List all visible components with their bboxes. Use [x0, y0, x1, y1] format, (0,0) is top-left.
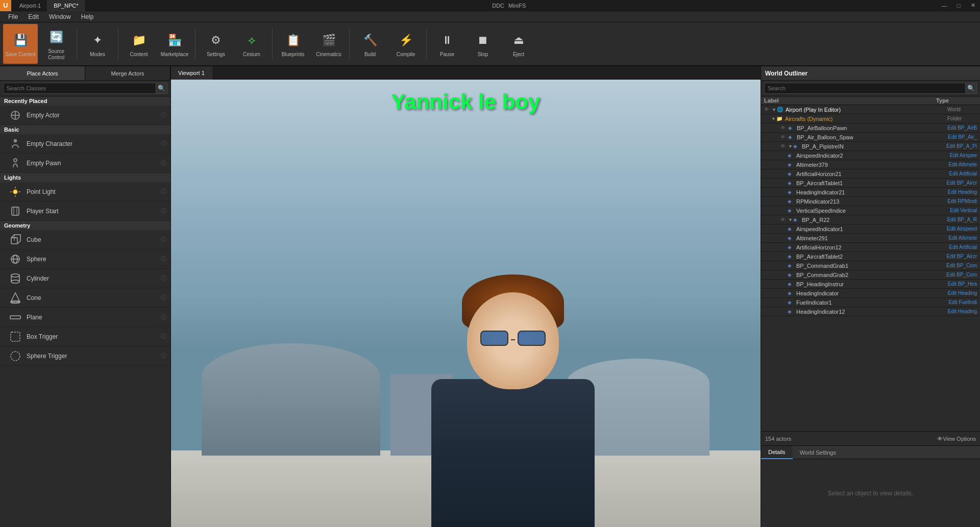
- player-start-info: ⓘ: [161, 207, 166, 215]
- title-tab-bp-npc[interactable]: BP_NPC*: [47, 0, 85, 11]
- outliner-search-input[interactable]: [764, 83, 966, 94]
- actor-plane[interactable]: Plane ⓘ: [0, 308, 170, 327]
- actor-box-trigger[interactable]: Box Trigger ⓘ: [0, 327, 170, 346]
- place-actors-tab[interactable]: Place Actors: [0, 66, 85, 80]
- outliner-item-airspeedindicator1[interactable]: ◈ AirspeedIndicator1 Edit Airspeed: [761, 224, 980, 234]
- actor-cube[interactable]: Cube ⓘ: [0, 230, 170, 249]
- actor-player-start[interactable]: Player Start ⓘ: [0, 202, 170, 221]
- edit-link[interactable]: Edit Altimete: [948, 235, 977, 241]
- outliner-item-artificialhorizon12[interactable]: ◈ ArtificialHorizon12 Edit Artificial: [761, 243, 980, 252]
- maximize-button[interactable]: □: [951, 0, 966, 11]
- content-button[interactable]: 📁 Content: [121, 24, 156, 64]
- edit-link[interactable]: Edit Altimete: [948, 162, 977, 167]
- actor-empty-character[interactable]: Empty Character ⓘ: [0, 134, 170, 154]
- edit-link[interactable]: Edit RPMindi: [947, 198, 977, 204]
- edit-link[interactable]: Edit BP_A_R: [947, 217, 977, 222]
- actor-sphere[interactable]: Sphere ⓘ: [0, 249, 170, 269]
- merge-actors-tab[interactable]: Merge Actors: [85, 66, 170, 80]
- viewport[interactable]: Yannick le boy: [171, 80, 761, 527]
- edit-link[interactable]: Edit BP_Air_: [948, 134, 977, 140]
- outliner-item-bp-headinginstrur[interactable]: ◈ BP_HeadingInstrur Edit BP_Hea: [761, 280, 980, 289]
- stop-button[interactable]: ⏹ Stop: [465, 24, 500, 64]
- view-options-button[interactable]: 👁 View Options: [937, 436, 976, 442]
- build-button[interactable]: 🔨 Build: [353, 24, 387, 64]
- actor-icon: ◈: [788, 134, 795, 140]
- world-settings-tab[interactable]: World Settings: [793, 446, 843, 459]
- outliner-item-artificialhorizon21[interactable]: ◈ ArtificialHorizon21 Edit Artificial: [761, 169, 980, 179]
- category-lights[interactable]: Lights: [0, 173, 170, 182]
- outliner-item-headingindicator12[interactable]: ◈ HeadingIndicator12 Edit Heading: [761, 307, 980, 316]
- edit-link[interactable]: Edit Vertical: [950, 208, 977, 213]
- edit-link[interactable]: Edit BP_A_Pi: [946, 143, 977, 149]
- edit-link[interactable]: Edit BP_Aircr: [947, 254, 977, 259]
- edit-link[interactable]: Edit Artificial: [949, 244, 977, 250]
- outliner-item-air-balloon-spaw[interactable]: 👁 ◈ BP_Air_Balloon_Spaw Edit BP_Air_: [761, 133, 980, 142]
- outliner-item-altimeter379[interactable]: ◈ Altimeter379 Edit Altimete: [761, 160, 980, 169]
- modes-button[interactable]: ✦ Modes: [80, 24, 115, 64]
- outliner-item-aircrafts[interactable]: ▼ 📁 Aircrafts (Dynamic) Folder: [761, 114, 980, 123]
- menu-help[interactable]: Help: [76, 11, 99, 22]
- outliner-item-headingindicator[interactable]: ◈ HeadingIndicator Edit Heading: [761, 289, 980, 298]
- outliner-item-airballoonpawn[interactable]: 👁 ◈ BP_AirBalloonPawn Edit BP_AirB: [761, 123, 980, 133]
- details-tab[interactable]: Details: [761, 446, 793, 459]
- search-classes-button[interactable]: 🔍: [156, 83, 167, 94]
- actor-point-light[interactable]: Point Light ⓘ: [0, 182, 170, 202]
- edit-link[interactable]: Edit FuelIndi: [948, 299, 977, 305]
- outliner-item-rpmindicator213[interactable]: ◈ RPMindicator213 Edit RPMindi: [761, 197, 980, 206]
- edit-link[interactable]: Edit BP_AirB: [947, 125, 977, 131]
- pause-button[interactable]: ⏸ Pause: [430, 24, 464, 64]
- blueprints-button[interactable]: 📋 Blueprints: [276, 24, 310, 64]
- marketplace-button[interactable]: 🏪 Marketplace: [157, 24, 192, 64]
- outliner-item-airspeedindicator2[interactable]: ◈ AirspeedIndicator2 Edit Airspee: [761, 151, 980, 160]
- edit-link[interactable]: Edit BP_Hea: [948, 281, 977, 287]
- edit-link[interactable]: Edit Heading: [948, 290, 977, 296]
- eject-button[interactable]: ⏏ Eject: [501, 24, 536, 64]
- menu-window[interactable]: Window: [44, 11, 76, 22]
- close-button[interactable]: ✕: [966, 0, 980, 11]
- outliner-item-bp-aircrafttablet1[interactable]: ◈ BP_AircraftTablet1 Edit BP_Aircr: [761, 179, 980, 188]
- edit-link[interactable]: Edit Airspeed: [947, 226, 977, 232]
- source-control-button[interactable]: 🔄 Source Control: [39, 24, 74, 64]
- outliner-item-bp-a-r22[interactable]: 👁 ▼ ◈ BP_A_R22 Edit BP_A_R: [761, 215, 980, 224]
- edit-link[interactable]: Edit BP_Com: [946, 263, 977, 268]
- toolbar-separator-1: [77, 29, 77, 59]
- compile-button[interactable]: ⚡ Compile: [388, 24, 423, 64]
- outliner-item-pipistreln[interactable]: 👁 ▼ ◈ BP_A_PipistreIN Edit BP_A_Pi: [761, 142, 980, 151]
- edit-link[interactable]: Edit Heading: [948, 309, 977, 314]
- edit-link[interactable]: Edit Airspee: [950, 153, 977, 158]
- outliner-search-icon[interactable]: 🔍: [966, 83, 977, 94]
- expand-arrow: ▼: [772, 107, 777, 112]
- outliner-item-fuelindicator1[interactable]: ◈ FuelIndicator1 Edit FuelIndi: [761, 298, 980, 307]
- outliner-item-bp-commandgrab1[interactable]: ◈ BP_CommandGrab1 Edit BP_Com: [761, 261, 980, 270]
- menu-edit[interactable]: Edit: [23, 11, 44, 22]
- category-geometry[interactable]: Geometry: [0, 221, 170, 230]
- menu-file[interactable]: File: [3, 11, 23, 22]
- actor-cone[interactable]: Cone ⓘ: [0, 288, 170, 308]
- category-recently-placed[interactable]: Recently Placed: [0, 96, 170, 106]
- actor-sphere-trigger[interactable]: Sphere Trigger ⓘ: [0, 346, 170, 366]
- actor-cylinder[interactable]: Cylinder ⓘ: [0, 269, 170, 288]
- minifs-label: MiniFS: [508, 3, 526, 9]
- edit-link[interactable]: Edit Heading: [948, 189, 977, 195]
- settings-button[interactable]: ⚙ Settings: [199, 24, 233, 64]
- edit-link[interactable]: Edit BP_Aircr: [947, 180, 977, 186]
- cinematics-button[interactable]: 🎬 Cinematics: [311, 24, 346, 64]
- search-classes-input[interactable]: [3, 83, 156, 94]
- outliner-item-verticalspeedindice[interactable]: ◈ VerticalSpeedIndice Edit Vertical: [761, 206, 980, 215]
- title-tab-airport[interactable]: Airport-1: [13, 0, 47, 11]
- outliner-item-altimeter291[interactable]: ◈ Altimeter291 Edit Altimete: [761, 234, 980, 243]
- cesium-button[interactable]: ⟡ Cesium: [234, 24, 269, 64]
- actor-empty-actor[interactable]: Empty Actor ⓘ: [0, 106, 170, 125]
- outliner-item-airport[interactable]: 👁 ▼ 🌐 Airport (Play In Editor) World: [761, 105, 980, 114]
- edit-link[interactable]: Edit BP_Com: [946, 272, 977, 278]
- actor-empty-pawn[interactable]: Empty Pawn ⓘ: [0, 154, 170, 173]
- outliner-item-bp-aircrafttablet2[interactable]: ◈ BP_AircraftTablet2 Edit BP_Aircr: [761, 252, 980, 261]
- edit-link[interactable]: Edit Artificial: [949, 171, 977, 177]
- category-basic[interactable]: Basic: [0, 125, 170, 134]
- minimize-button[interactable]: —: [937, 0, 951, 11]
- svg-point-17: [11, 274, 19, 277]
- outliner-item-headingindicator21[interactable]: ◈ HeadingIndicator21 Edit Heading: [761, 188, 980, 197]
- viewport-tab[interactable]: Viewport 1: [171, 66, 212, 80]
- save-current-button[interactable]: 💾 Save Current: [3, 24, 38, 64]
- outliner-item-bp-commandgrab2[interactable]: ◈ BP_CommandGrab2 Edit BP_Com: [761, 270, 980, 280]
